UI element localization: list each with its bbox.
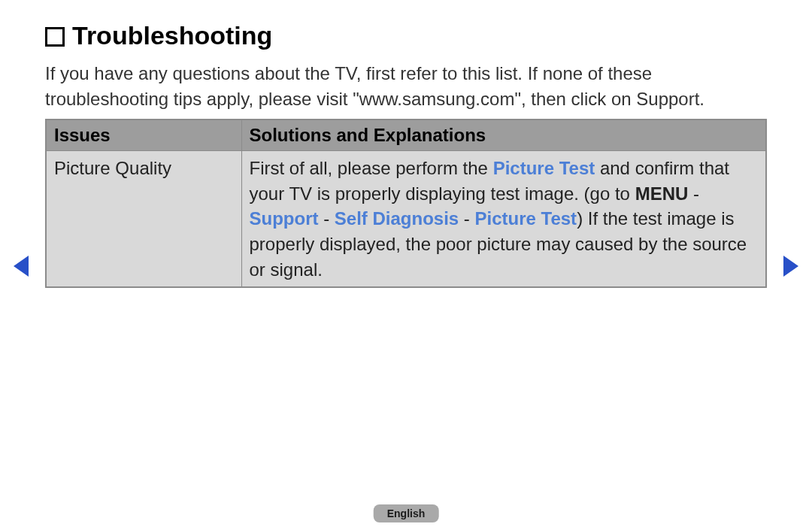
table-row: Picture Quality First of all, please per… (46, 151, 766, 287)
page-title: Troubleshooting (72, 21, 272, 50)
solution-text: - (459, 208, 474, 229)
heading-row: Troubleshooting (45, 21, 767, 50)
header-solutions: Solutions and Explanations (241, 120, 766, 151)
next-page-arrow-icon[interactable] (783, 256, 798, 277)
table-header-row: Issues Solutions and Explanations (46, 120, 766, 151)
troubleshooting-table: Issues Solutions and Explanations Pictur… (45, 119, 767, 288)
cell-solution: First of all, please perform the Picture… (241, 151, 766, 287)
cell-issue: Picture Quality (46, 151, 241, 287)
support-link: Support (250, 208, 319, 229)
self-diagnosis-link: Self Diagnosis (335, 208, 459, 229)
intro-text: If you have any questions about the TV, … (45, 61, 767, 111)
picture-test-link: Picture Test (493, 158, 595, 178)
solution-text: - (688, 183, 699, 204)
solution-text: - (318, 208, 334, 229)
menu-label: MENU (635, 183, 689, 204)
solution-text: First of all, please perform the (250, 158, 493, 178)
header-issues: Issues (46, 120, 241, 151)
prev-page-arrow-icon[interactable] (14, 256, 29, 277)
language-badge: English (374, 504, 439, 522)
checkbox-icon (45, 27, 65, 47)
picture-test-link-2: Picture Test (475, 208, 577, 229)
